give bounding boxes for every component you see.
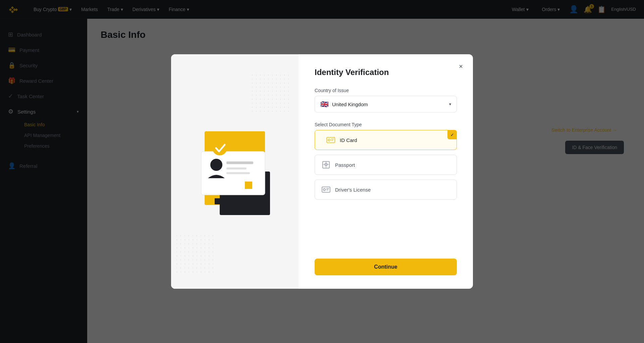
selected-checkmark: ✓: [447, 130, 457, 139]
country-name: United Kingdom: [332, 101, 368, 107]
svg-rect-6: [252, 74, 292, 115]
identity-verification-modal: × Identity Verification Country of Issue…: [171, 54, 473, 289]
id-card-label: ID Card: [340, 137, 357, 143]
doc-option-id-card[interactable]: ✓ ID Card: [315, 130, 457, 150]
svg-point-12: [210, 159, 222, 171]
country-flag: 🇬🇧: [320, 100, 329, 108]
modal-overlay: × Identity Verification Country of Issue…: [0, 0, 644, 343]
svg-rect-8: [176, 235, 216, 275]
country-chevron-icon: ▾: [449, 102, 451, 107]
svg-point-20: [328, 139, 330, 141]
svg-point-28: [323, 189, 325, 191]
svg-point-16: [212, 141, 227, 155]
doc-type-label: Select Document Type: [315, 122, 457, 127]
country-label: Country of Issue: [315, 88, 457, 93]
passport-label: Passport: [335, 162, 355, 168]
svg-rect-14: [226, 167, 247, 169]
id-illustration: [188, 118, 282, 225]
svg-rect-15: [226, 172, 250, 174]
doc-option-passport[interactable]: Passport: [315, 155, 457, 175]
modal-illustration: [171, 54, 299, 289]
doc-option-drivers-license[interactable]: Driver's License: [315, 180, 457, 200]
id-card-icon: [326, 136, 335, 144]
drivers-license-icon: [322, 186, 330, 193]
country-selector[interactable]: 🇬🇧 United Kingdom ▾: [315, 96, 457, 113]
modal-title: Identity Verification: [315, 68, 457, 77]
modal-content: × Identity Verification Country of Issue…: [299, 54, 473, 289]
svg-rect-18: [215, 198, 221, 204]
continue-button[interactable]: Continue: [315, 259, 457, 275]
drivers-license-label: Driver's License: [335, 187, 371, 193]
svg-rect-17: [245, 182, 252, 189]
passport-icon: [322, 161, 330, 168]
svg-rect-13: [226, 161, 253, 164]
modal-close-button[interactable]: ×: [455, 61, 466, 72]
